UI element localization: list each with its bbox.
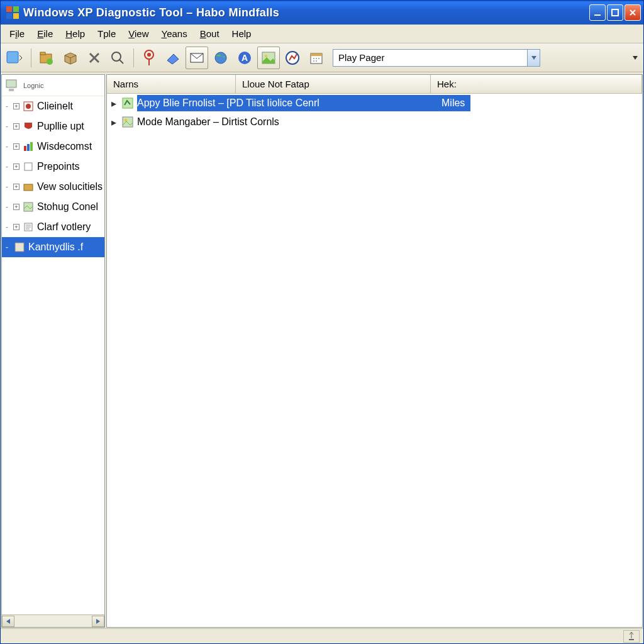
menu-view[interactable]: View [122,26,155,42]
svg-rect-5 [612,9,618,16]
toolbar-picture-button[interactable] [257,47,280,69]
svg-text:A: A [242,53,248,63]
toolbar-separator [133,48,134,67]
toolbar-zoom-button[interactable] [107,47,130,69]
toolbar-overflow-button[interactable] [630,47,641,69]
sidebar-item-label: Kantnydlis .f [28,242,83,253]
row-hex: Miles [439,97,470,109]
svg-rect-26 [24,146,26,151]
menu-bout[interactable]: Bout [194,26,226,42]
svg-point-19 [286,52,299,64]
toolbar-pin-button[interactable] [138,47,160,69]
row-name: Appy Blie Frnolist – [PD Tiist Iiolice C… [137,97,439,109]
sidebar-icon [22,100,35,113]
row-icon [121,115,135,129]
list-rows: ▸ Appy Blie Frnolist – [PD Tiist Iiolice… [107,94,642,627]
svg-rect-21 [311,53,322,56]
menu-eile[interactable]: Eile [31,26,59,42]
window-controls [589,4,641,21]
minimize-button[interactable] [589,4,606,21]
list-row[interactable]: ▸ Mode Mangaber – Dirtist Cornls [107,113,642,131]
toolbar-separator [31,48,31,67]
svg-rect-34 [123,98,133,108]
svg-point-9 [47,58,53,65]
svg-rect-3 [13,13,19,19]
body-area: Lognic -+ Clieinelt -+ Pupllie upt -+ Wi… [1,72,643,628]
svg-point-10 [112,52,121,61]
sidebar-item-clieinelt[interactable]: -+ Clieinelt [2,96,104,116]
toolbar-dropdown[interactable]: Play Pager [333,49,540,67]
svg-point-18 [265,55,267,57]
svg-rect-22 [6,80,16,87]
svg-point-36 [125,119,127,121]
row-name: Mode Mangaber – Dirtist Cornls [137,116,439,128]
sidebar-root-item[interactable]: Lognic [2,75,104,96]
toolbar-chart-button[interactable] [281,47,304,69]
toolbar-calendar-button[interactable] [305,47,328,69]
svg-rect-29 [25,163,32,170]
scroll-left-button[interactable] [2,616,14,627]
sidebar-item-stohug[interactable]: -+ Stohug Conel [2,197,104,217]
column-header-hex[interactable]: Hek: [431,75,642,93]
toolbar-a-button[interactable]: A [233,47,256,69]
svg-rect-2 [6,13,12,19]
svg-rect-0 [6,6,12,12]
close-button[interactable] [625,4,641,21]
menu-file-1[interactable]: File [3,26,31,42]
svg-rect-4 [594,14,601,16]
toolbar-delete-button[interactable] [83,47,106,69]
scroll-right-button[interactable] [92,616,104,627]
sidebar-item-kantnydlis[interactable]: - Kantnydlis .f [2,237,104,257]
computer-icon [4,77,21,94]
toolbar-open-button[interactable] [35,47,58,69]
toolbar-new-button[interactable] [3,47,27,69]
sidebar-item-label: Vew solucitiels [37,181,103,192]
scroll-track[interactable] [14,616,92,627]
status-indicator [623,630,640,643]
column-header-desc[interactable]: Lloue Not Fatap [236,75,431,93]
sidebar-item-wisdecomst[interactable]: -+ Wisdecomst [2,136,104,157]
app-window: Windows XP Diagnostic Tool – Habo Mindfa… [0,0,644,644]
sidebar: Lognic -+ Clieinelt -+ Pupllie upt -+ Wi… [1,74,105,628]
toolbar: A Play Pager [1,43,643,72]
menu-help-2[interactable]: Help [226,26,258,42]
sidebar-icon [22,180,35,193]
svg-rect-23 [9,89,14,91]
svg-point-14 [215,52,226,64]
svg-rect-30 [24,184,33,191]
sidebar-item-label: Pupllie upt [37,121,84,132]
menu-yeans[interactable]: Yeans [155,26,194,42]
toolbar-globe-button[interactable] [209,47,232,69]
sidebar-items: -+ Clieinelt -+ Pupllie upt -+ Wisdecoms… [2,96,104,614]
expand-arrow-icon[interactable]: ▸ [107,97,121,109]
sidebar-icon [22,140,35,153]
window-title: Windows XP Diagnostic Tool – Habo Mindfa… [23,6,589,19]
toolbar-eraser-button[interactable] [162,47,184,69]
app-icon [6,6,19,19]
sidebar-icon [22,201,35,213]
sidebar-icon [22,120,35,133]
svg-rect-37 [629,639,634,640]
svg-rect-6 [7,52,18,63]
list-row[interactable]: ▸ Appy Blie Frnolist – [PD Tiist Iiolice… [107,94,642,113]
sidebar-item-prepoints[interactable]: -+ Prepoints [2,157,104,177]
expand-arrow-icon[interactable]: ▸ [107,116,121,128]
sidebar-scrollbar[interactable] [2,614,104,627]
svg-rect-27 [27,144,30,151]
sidebar-icon [22,221,35,233]
chevron-down-icon[interactable] [527,50,540,66]
column-header-name[interactable]: Narns [107,75,236,93]
sidebar-icon [13,241,26,253]
sidebar-item-label: Prepoints [37,161,80,172]
menu-tple[interactable]: Tple [91,26,122,42]
svg-rect-1 [13,6,19,12]
toolbar-package-button[interactable] [59,47,82,69]
sidebar-item-clarf[interactable]: -+ Clarf votlery [2,217,104,237]
maximize-button[interactable] [607,4,623,21]
sidebar-item-label: Stohug Conel [37,201,98,213]
toolbar-mail-button[interactable] [186,47,208,69]
sidebar-item-vew-solucitiels[interactable]: -+ Vew solucitiels [2,177,104,197]
sidebar-item-pupllie[interactable]: -+ Pupllie upt [2,116,104,136]
menu-help-1[interactable]: Help [59,26,91,42]
svg-point-25 [26,104,31,109]
